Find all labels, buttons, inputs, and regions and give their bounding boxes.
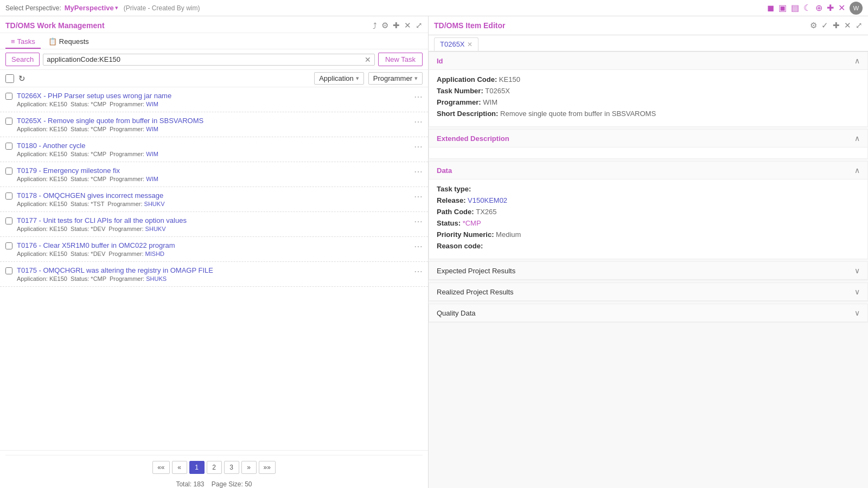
task-checkbox[interactable] xyxy=(5,118,12,125)
task-more-icon[interactable]: ⋯ xyxy=(414,142,423,152)
page-prev[interactable]: « xyxy=(172,461,187,474)
task-more-icon[interactable]: ⋯ xyxy=(414,266,423,277)
task-item[interactable]: T0178 - OMQCHGEN gives incorrect message… xyxy=(0,187,428,212)
editor-content: Id ∧ Application Code: KE150 Task Number… xyxy=(429,52,868,488)
task-title: T0178 - OMQCHGEN gives incorrect message xyxy=(17,191,412,200)
header-icon-export[interactable]: ⤴ xyxy=(373,21,377,30)
icon-close[interactable]: ✕ xyxy=(838,3,845,13)
section-id-header[interactable]: Id ∧ xyxy=(429,52,867,70)
task-checkbox[interactable] xyxy=(5,267,12,274)
task-item[interactable]: T0179 - Emergency milestone fix Applicat… xyxy=(0,162,428,187)
task-item[interactable]: T0180 - Another cycle Application: KE150… xyxy=(0,137,428,162)
task-more-icon[interactable]: ⋯ xyxy=(414,191,423,202)
task-content: T0176 - Clear X5R1M0 buffer in OMC022 pr… xyxy=(17,241,412,257)
field-application-code-value: KE150 xyxy=(499,75,520,84)
page-3[interactable]: 3 xyxy=(224,461,239,474)
task-checkbox[interactable] xyxy=(5,93,12,100)
editor-gear-icon[interactable]: ⚙ xyxy=(810,21,817,30)
task-item[interactable]: T0265X - Remove single quote from buffer… xyxy=(0,112,428,137)
field-task-type: Task type: xyxy=(437,185,860,193)
section-id-label: Id xyxy=(437,57,443,65)
task-more-icon[interactable]: ⋯ xyxy=(414,241,423,252)
task-item[interactable]: T0177 - Unit tests for CLI APIs for all … xyxy=(0,212,428,237)
icon-square[interactable]: ◼ xyxy=(767,3,774,13)
task-programmer: SHUKS xyxy=(146,275,167,282)
icon-add[interactable]: ✚ xyxy=(827,3,834,13)
editor-tab-t0265x[interactable]: T0265X ✕ xyxy=(434,37,478,51)
section-realized-results-header[interactable]: Realized Project Results ∨ xyxy=(429,283,867,301)
field-status-label: Status: xyxy=(437,219,463,227)
section-realized-toggle[interactable]: ∨ xyxy=(854,287,860,296)
task-checkbox[interactable] xyxy=(5,217,12,224)
task-title: T0176 - Clear X5R1M0 buffer in OMC022 pr… xyxy=(17,241,412,249)
task-checkbox[interactable] xyxy=(5,242,12,249)
avatar[interactable]: W xyxy=(850,2,863,15)
task-checkbox[interactable] xyxy=(5,192,12,200)
search-clear-icon[interactable]: ✕ xyxy=(365,55,371,64)
icon-link[interactable]: ⊕ xyxy=(815,3,822,13)
task-programmer: SHUKV xyxy=(145,226,166,232)
section-ext-desc-header[interactable]: Extended Description ∧ xyxy=(429,130,867,147)
field-short-description: Short Description: Remove single quote f… xyxy=(437,110,860,118)
task-content: T0179 - Emergency milestone fix Applicat… xyxy=(17,166,412,182)
task-title: T0265X - Remove single quote from buffer… xyxy=(17,117,412,125)
task-more-icon[interactable]: ⋯ xyxy=(414,166,423,177)
icon-moon[interactable]: ☾ xyxy=(803,3,811,13)
task-more-icon[interactable]: ⋯ xyxy=(414,216,423,227)
section-quality-toggle[interactable]: ∨ xyxy=(854,309,860,317)
editor-expand-icon[interactable]: ⤢ xyxy=(856,21,863,30)
section-data-header[interactable]: Data ∧ xyxy=(429,162,867,179)
header-icon-gear[interactable]: ⚙ xyxy=(381,21,388,30)
task-item[interactable]: T0266X - PHP Parser setup uses wrong jar… xyxy=(0,87,428,112)
tab-requests[interactable]: 📋 Requests xyxy=(43,35,94,49)
field-path-code-value: TX265 xyxy=(476,208,496,216)
section-ext-desc-toggle[interactable]: ∧ xyxy=(854,134,860,143)
section-quality-data-header[interactable]: Quality Data ∨ xyxy=(429,304,867,322)
main-layout: TD/OMS Work Management ⤴ ⚙ ✚ ✕ ⤢ ≡ Tasks… xyxy=(0,16,868,488)
header-icon-expand[interactable]: ⤢ xyxy=(416,21,423,30)
perspective-dropdown-arrow[interactable]: ▾ xyxy=(115,4,118,11)
application-filter-dropdown[interactable]: Application ▾ xyxy=(314,72,364,85)
task-more-icon[interactable]: ⋯ xyxy=(414,117,423,127)
perspective-private-label: (Private - Created By wim) xyxy=(124,4,200,12)
section-id-toggle[interactable]: ∧ xyxy=(854,56,860,65)
field-task-number: Task Number: T0265X xyxy=(437,87,860,95)
field-reason-code: Reason code: xyxy=(437,242,860,250)
icon-columns[interactable]: ▤ xyxy=(791,3,799,13)
editor-check-icon[interactable]: ✓ xyxy=(821,21,828,30)
page-last[interactable]: »» xyxy=(259,461,276,474)
section-expected-results-header[interactable]: Expected Project Results ∨ xyxy=(429,262,867,280)
task-checkbox[interactable] xyxy=(5,143,12,150)
section-expected-toggle[interactable]: ∨ xyxy=(854,266,860,275)
task-content: T0177 - Unit tests for CLI APIs for all … xyxy=(17,216,412,232)
header-icon-add[interactable]: ✚ xyxy=(393,21,400,30)
select-all-checkbox[interactable] xyxy=(5,74,14,83)
refresh-icon[interactable]: ↻ xyxy=(18,74,25,84)
task-more-icon[interactable]: ⋯ xyxy=(414,92,423,102)
page-2[interactable]: 2 xyxy=(207,461,222,474)
application-filter-label: Application xyxy=(319,74,354,82)
search-button[interactable]: Search xyxy=(5,53,40,66)
field-status: Status: *CMP xyxy=(437,219,860,227)
editor-tab-close-icon[interactable]: ✕ xyxy=(467,41,473,48)
task-item[interactable]: T0175 - OMQCHGRL was altering the regist… xyxy=(0,262,428,287)
tab-tasks[interactable]: ≡ Tasks xyxy=(5,35,41,49)
icon-display[interactable]: ▣ xyxy=(778,3,787,13)
task-programmer: WIM xyxy=(146,176,158,182)
editor-add-icon[interactable]: ✚ xyxy=(833,21,840,30)
programmer-filter-dropdown[interactable]: Programmer ▾ xyxy=(368,72,423,85)
page-first[interactable]: «« xyxy=(152,461,169,474)
new-task-button[interactable]: New Task xyxy=(378,53,423,66)
tab-requests-label: Requests xyxy=(59,37,89,46)
section-data: Data ∧ Task type: Release: V150KEM02 Pat… xyxy=(429,161,868,259)
section-data-toggle[interactable]: ∧ xyxy=(854,166,860,175)
header-icon-close[interactable]: ✕ xyxy=(404,21,411,30)
page-next[interactable]: » xyxy=(241,461,257,474)
perspective-name[interactable]: MyPerspective xyxy=(65,4,114,12)
task-content: T0266X - PHP Parser setup uses wrong jar… xyxy=(17,92,412,107)
page-1[interactable]: 1 xyxy=(189,461,205,474)
task-item[interactable]: T0176 - Clear X5R1M0 buffer in OMC022 pr… xyxy=(0,237,428,262)
search-input[interactable] xyxy=(47,55,365,63)
editor-close-icon[interactable]: ✕ xyxy=(844,21,851,30)
task-checkbox[interactable] xyxy=(5,168,12,175)
